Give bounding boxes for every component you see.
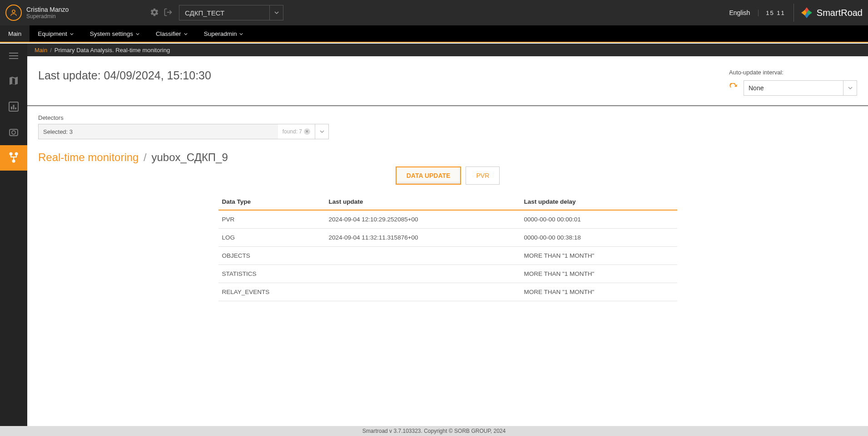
svg-point-15 [10, 152, 12, 155]
chevron-down-icon [184, 30, 188, 37]
svg-point-0 [12, 10, 15, 13]
svg-rect-11 [13, 105, 15, 109]
th-delay: Last update delay [521, 194, 677, 210]
clock: 15 11 [758, 10, 785, 16]
user-avatar-icon[interactable] [5, 5, 22, 21]
th-data-type: Data Type [218, 194, 325, 210]
sidebar-hamburger[interactable] [0, 44, 27, 69]
sidebar-item-map[interactable] [0, 69, 27, 94]
brand-logo-icon [800, 6, 813, 19]
chevron-down-icon [843, 81, 857, 95]
map-icon [8, 76, 19, 88]
user-name: Cristina Manzo [26, 6, 69, 13]
project-select-value: СДКП_ТЕСТ [185, 9, 224, 17]
user-role: Superadmin [26, 13, 69, 20]
detectors-section: Detectors Selected: 3 found: 7 ✕ [27, 106, 868, 139]
svg-point-16 [15, 152, 18, 155]
chevron-down-icon [315, 124, 328, 139]
sidebar-item-stats[interactable] [0, 94, 27, 120]
hamburger-icon [9, 53, 18, 60]
nav-item-main[interactable]: Main [0, 25, 30, 42]
network-icon [8, 152, 19, 164]
th-last-update: Last update [325, 194, 521, 210]
refresh-icon[interactable] [729, 83, 738, 93]
header-icons [150, 8, 173, 18]
brand: SmartRoad [794, 4, 863, 22]
logout-icon[interactable] [164, 8, 173, 18]
detectors-selected: Selected: 3 [39, 124, 278, 139]
nav-item-equipment[interactable]: Equipment [30, 25, 82, 42]
last-update: Last update: 04/09/2024, 15:10:30 [38, 69, 211, 82]
top-header: Cristina Manzo Superadmin СДКП_ТЕСТ Engl… [0, 0, 868, 25]
svg-rect-10 [11, 107, 12, 109]
auto-update-value: None [749, 84, 764, 92]
auto-update-block: Auto-update interval: None [729, 69, 857, 96]
chevron-down-icon [269, 5, 283, 20]
sidebar-item-realtime[interactable] [0, 145, 27, 171]
project-select[interactable]: СДКП_ТЕСТ [179, 5, 283, 20]
nav-item-system-settings[interactable]: System settings [82, 25, 148, 42]
table-row: LOG 2024-09-04 11:32:11.315876+00 0000-0… [218, 229, 677, 247]
table-row: STATISTICS MORE THAN "1 MONTH" [218, 265, 677, 283]
breadcrumb-main[interactable]: Main [35, 47, 47, 54]
breadcrumb-page: Primary Data Analysis. Real-time monitor… [55, 47, 170, 54]
detectors-select[interactable]: Selected: 3 found: 7 ✕ [38, 124, 329, 139]
table-row: OBJECTS MORE THAN "1 MONTH" [218, 247, 677, 265]
language-switch[interactable]: English [729, 9, 750, 16]
nav-item-superadmin[interactable]: Superadmin [196, 25, 252, 42]
chevron-down-icon [239, 30, 243, 37]
camera-icon [8, 127, 19, 139]
tab-pvr[interactable]: PVR [466, 167, 500, 185]
tabs: DATA UPDATE PVR [27, 167, 868, 185]
main-nav: Main Equipment System settings Classifie… [0, 25, 868, 43]
breadcrumb: Main / Primary Data Analysis. Real-time … [27, 44, 868, 56]
content-header: Last update: 04/09/2024, 15:10:30 Auto-u… [27, 56, 868, 106]
svg-point-14 [12, 131, 15, 134]
detectors-found: found: 7 ✕ [278, 128, 315, 135]
svg-point-17 [13, 160, 15, 162]
chevron-down-icon [70, 30, 74, 37]
clear-icon[interactable]: ✕ [304, 128, 310, 135]
chevron-down-icon [136, 30, 139, 37]
tab-data-update[interactable]: DATA UPDATE [396, 167, 461, 185]
table-row: PVR 2024-09-04 12:10:29.252085+00 0000-0… [218, 210, 677, 229]
content: Last update: 04/09/2024, 15:10:30 Auto-u… [27, 56, 868, 426]
user-block: Cristina Manzo Superadmin [0, 5, 136, 21]
detectors-label: Detectors [38, 114, 857, 121]
gear-icon[interactable] [150, 8, 159, 18]
section-rt: Real-time monitoring [38, 151, 139, 163]
svg-rect-12 [15, 108, 16, 109]
nav-item-classifier[interactable]: Classifier [148, 25, 196, 42]
section-name: yubox_СДКП_9 [151, 151, 228, 163]
table-header-row: Data Type Last update Last update delay [218, 194, 677, 210]
auto-update-label: Auto-update interval: [729, 69, 784, 76]
table-row: RELAY_EVENTS MORE THAN "1 MONTH" [218, 283, 677, 301]
sidebar-item-camera[interactable] [0, 120, 27, 145]
bar-chart-icon [8, 101, 19, 113]
data-table: Data Type Last update Last update delay … [218, 194, 677, 301]
brand-text: SmartRoad [817, 8, 863, 18]
left-sidebar [0, 44, 27, 426]
footer: Smartroad v 3.7.103323. Copyright © SORB… [0, 426, 868, 436]
auto-update-select[interactable]: None [744, 80, 857, 96]
section-title: Real-time monitoring / yubox_СДКП_9 [27, 139, 868, 164]
